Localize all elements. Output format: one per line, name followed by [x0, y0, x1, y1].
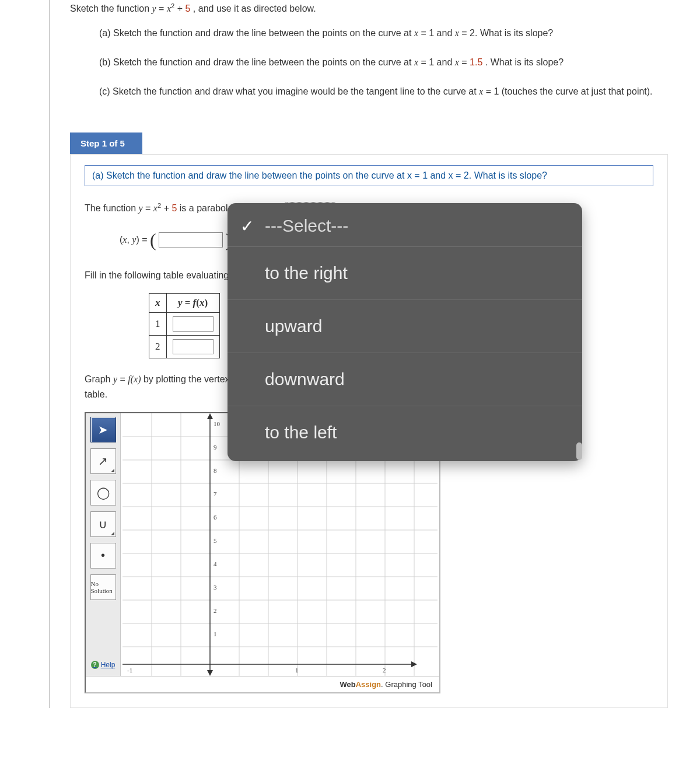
intro-suffix: , and use it as directed below.: [193, 4, 316, 13]
svg-text:5: 5: [214, 537, 217, 544]
line-tool[interactable]: ↗: [90, 448, 116, 474]
dropdown-scrollbar[interactable]: [576, 442, 582, 460]
svg-text:6: 6: [214, 514, 217, 521]
vertical-rule: [49, 0, 50, 708]
th-x: x: [149, 293, 167, 312]
x-var: x: [455, 28, 459, 38]
eq-c: = 1 (touches the curve at just that poin…: [486, 86, 653, 96]
val-1-5: 1.5: [470, 57, 482, 67]
help-label: Help: [101, 661, 116, 669]
x-var: x: [414, 57, 418, 67]
svg-text:8: 8: [214, 467, 217, 474]
svg-text:4: 4: [214, 560, 217, 567]
graph-line-suf: by plotting the vertex: [144, 374, 230, 384]
svg-text:10: 10: [214, 420, 220, 427]
point-icon: •: [101, 549, 105, 562]
graph-line-eq: =: [120, 374, 128, 384]
exp-2: 2: [158, 202, 161, 209]
dropdown-option-left[interactable]: to the left: [228, 406, 582, 459]
x-var: x: [167, 4, 171, 13]
fill-line: Fill in the following table evaluating: [85, 270, 229, 280]
graph-footer: WebAssign. Graphing Tool: [86, 676, 439, 692]
submenu-icon: [111, 469, 114, 472]
const-5: 5: [172, 204, 177, 214]
eq-b-eq: =: [461, 57, 470, 67]
direction-dropdown[interactable]: ✓ ---Select--- to the right upward downw…: [228, 203, 582, 461]
table-row: 1: [149, 312, 220, 335]
point-tool[interactable]: •: [90, 543, 116, 569]
th-fx: y = f(x): [166, 293, 219, 312]
option-label: upward: [265, 316, 322, 336]
eq-bm: = 1 and: [421, 57, 454, 67]
svg-text:1: 1: [295, 667, 299, 674]
part-b-text: (b) Sketch the function and draw the lin…: [99, 57, 414, 67]
help-link[interactable]: ? Help: [91, 661, 116, 669]
option-label: to the left: [265, 423, 337, 442]
wa-tool: Graphing Tool: [383, 680, 432, 689]
eq1: = 1 and: [421, 28, 454, 38]
td-x2: 2: [149, 335, 167, 358]
fx2-input[interactable]: [173, 339, 214, 354]
svg-text:7: 7: [214, 490, 217, 497]
xy-comma: ,: [127, 234, 132, 244]
y-var: y: [113, 374, 117, 384]
svg-text:9: 9: [214, 444, 217, 451]
no-solution-tool[interactable]: No Solution: [90, 574, 116, 600]
x-var: x: [153, 204, 158, 214]
part-c-text: (c) Sketch the function and draw what yo…: [99, 86, 479, 96]
sentence-eq: =: [145, 204, 153, 214]
circle-icon: ◯: [97, 486, 110, 500]
tool-palette: ➤ ↗ ◯ ∪ • No Solution ? Help: [86, 413, 121, 676]
const-5: 5: [185, 4, 190, 13]
intro-eq: =: [159, 4, 167, 13]
table-row: 2: [149, 335, 220, 358]
parabola-icon: ∪: [99, 517, 107, 531]
y-var: y: [152, 4, 156, 13]
dropdown-option-select[interactable]: ✓ ---Select---: [228, 205, 582, 246]
x-var: x: [479, 86, 483, 96]
part-a-box: (a) Sketch the function and draw the lin…: [85, 165, 653, 186]
eq-b-suf: . What is its slope?: [485, 57, 564, 67]
svg-marker-21: [207, 670, 213, 676]
svg-text:-1: -1: [127, 667, 132, 674]
intro-text: Sketch the function: [70, 4, 152, 13]
svg-text:2: 2: [383, 667, 386, 674]
svg-text:1: 1: [214, 630, 217, 637]
x-var: x: [455, 57, 459, 67]
fx-table: x y = f(x) 1 2: [149, 293, 220, 358]
svg-text:2: 2: [214, 607, 217, 614]
pointer-icon: ➤: [98, 423, 108, 437]
circle-tool[interactable]: ◯: [90, 480, 116, 505]
vertex-x-input[interactable]: [159, 232, 223, 247]
option-label: ---Select---: [265, 216, 348, 235]
wa-web: Web: [340, 680, 355, 689]
parabola-tool[interactable]: ∪: [90, 511, 116, 537]
sentence-plus: +: [164, 204, 172, 214]
option-label: downward: [265, 369, 345, 389]
svg-marker-20: [207, 413, 213, 419]
fx1-input[interactable]: [173, 316, 214, 332]
eq2a: = 2. What is its slope?: [461, 28, 553, 38]
y-var: y: [139, 204, 143, 214]
check-icon: ✓: [240, 217, 254, 236]
wa-assign: Assign: [356, 680, 381, 689]
sentence-pre: The function: [85, 204, 139, 214]
x-var: x: [414, 28, 418, 38]
left-paren: (: [150, 229, 156, 250]
step-indicator: Step 1 of 5: [70, 133, 142, 154]
dropdown-option-right[interactable]: to the right: [228, 246, 582, 299]
part-a-text: (a) Sketch the function and draw the lin…: [99, 28, 414, 38]
dropdown-option-downward[interactable]: downward: [228, 353, 582, 406]
part-a-repeat: (a) Sketch the function and draw the lin…: [92, 170, 547, 180]
xy-close: ) =: [136, 234, 150, 244]
fx: f(x): [128, 374, 141, 384]
option-label: to the right: [265, 263, 348, 283]
svg-text:3: 3: [214, 584, 217, 591]
exp-2: 2: [171, 2, 174, 9]
problem-statement: Sketch the function y = x2 + 5 , and use…: [70, 0, 668, 99]
dropdown-option-upward[interactable]: upward: [228, 299, 582, 353]
pointer-tool[interactable]: ➤: [90, 417, 116, 442]
td-x1: 1: [149, 312, 167, 335]
graph-line-pre: Graph: [85, 374, 113, 384]
help-icon: ?: [91, 661, 99, 669]
